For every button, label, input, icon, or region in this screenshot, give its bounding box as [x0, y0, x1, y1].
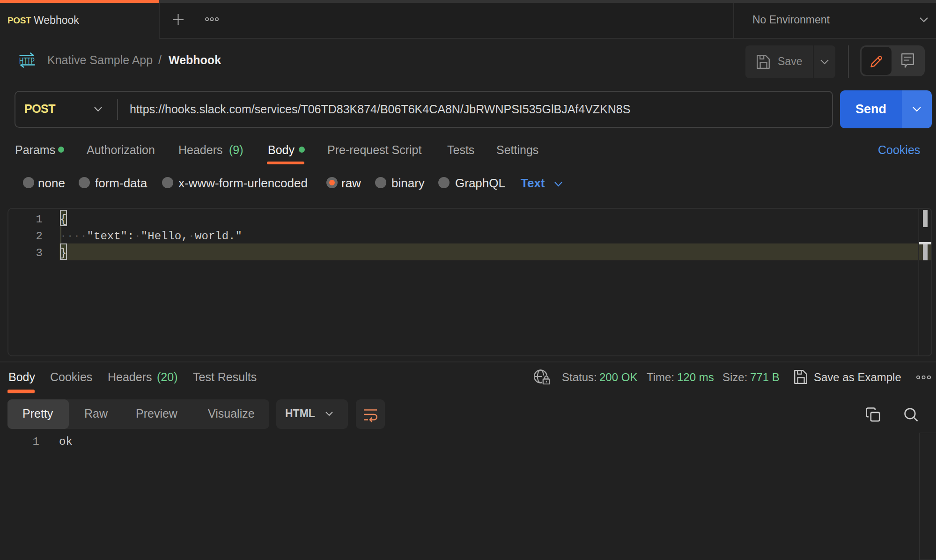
svg-text:HTTP: HTTP	[19, 56, 35, 66]
